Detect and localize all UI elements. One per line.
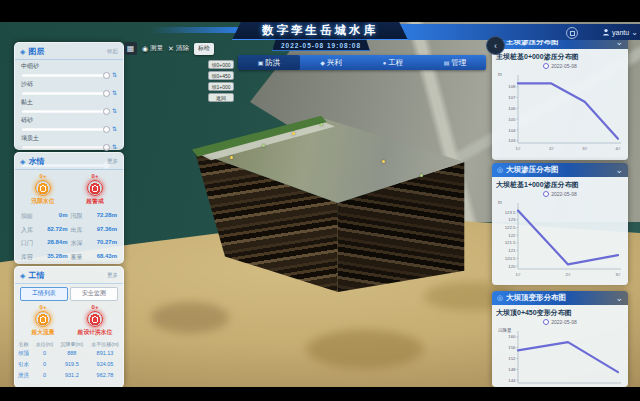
project-tab[interactable]: 工情列表 [20, 287, 68, 301]
table-cell: 0 [32, 359, 57, 370]
layer-opacity-slider[interactable] [21, 92, 109, 95]
water-panel-action[interactable]: 更多 [107, 158, 118, 165]
svg-text:103: 103 [508, 138, 516, 143]
layer-opacity-slider[interactable] [21, 146, 109, 149]
gauge-value: 0+ [70, 304, 120, 310]
monitor-point-marker[interactable] [320, 123, 323, 126]
monitor-point-marker[interactable] [420, 174, 423, 177]
layer-label: 砾砂 [21, 116, 117, 125]
user-menu[interactable]: yantu ⌄ [602, 25, 638, 39]
chart-subtitle: 大坝顶0+450变形分布图 [496, 308, 624, 318]
svg-text:121.5: 121.5 [505, 240, 516, 245]
project-panel-action[interactable]: 更多 [107, 272, 118, 279]
nav-tab[interactable]: ▤ 管理 [424, 55, 486, 70]
dam-cross-section[interactable] [192, 114, 467, 292]
alarm-gauge: 0+ 超设计洪水位 [70, 304, 120, 337]
table-header: 名称 [15, 340, 32, 348]
svg-text:121: 121 [508, 248, 516, 253]
gauge-label: 超警戒 [70, 197, 120, 206]
svg-text:156: 156 [508, 345, 516, 350]
basemap-button[interactable]: ▦ [124, 42, 137, 55]
layer-row: 中细砂 ⇅ [15, 60, 123, 78]
nav-tab[interactable]: ◆ 兴利 [300, 55, 362, 70]
deformation-chart: 沉降量144148152156160BM01CBM02CBM03C [496, 326, 624, 396]
slider-knob[interactable] [103, 72, 110, 79]
chart-legend: 2022-05-08 [496, 319, 624, 325]
measure-label: 测量 [150, 44, 163, 53]
map-station-button[interactable]: 坝0+000 [208, 60, 234, 69]
layer-stepper-icon[interactable]: ⇅ [112, 72, 117, 78]
collapse-right-panels-button[interactable]: ‹ [486, 36, 505, 55]
slider-knob[interactable] [103, 126, 110, 133]
layer-stepper-icon[interactable]: ⇅ [112, 144, 117, 150]
nav-tab[interactable]: ● 工程 [362, 55, 424, 70]
svg-text:122: 122 [508, 233, 516, 238]
slider-knob[interactable] [103, 90, 110, 97]
fullscreen-icon[interactable] [566, 27, 578, 39]
slider-knob[interactable] [103, 108, 110, 115]
layer-stepper-icon[interactable]: ⇅ [112, 126, 117, 132]
alarm-gauge: 0+ 超大流量 [18, 304, 68, 337]
plot-button[interactable]: 标绘 [194, 43, 214, 55]
layer-opacity-slider[interactable] [21, 110, 109, 113]
table-cell: 坝顶 [15, 348, 32, 359]
layer-row: 沙砾 ⇅ [15, 78, 123, 96]
map-station-button[interactable]: 返回 [208, 93, 234, 102]
layer-stepper-icon[interactable]: ⇅ [112, 90, 117, 96]
nav-tab[interactable]: ▣ 防洪 [238, 55, 300, 70]
layer-opacity-slider[interactable] [21, 128, 109, 131]
svg-text:160: 160 [508, 334, 516, 339]
header-accent-left [150, 27, 238, 33]
table-cell: 888 [57, 348, 87, 359]
slider-knob[interactable] [103, 144, 110, 151]
layer-label: 沙砾 [21, 80, 117, 89]
svg-text:148: 148 [508, 367, 516, 372]
chart-subtitle: 大坝桩基1+000渗压分布图 [496, 180, 624, 190]
svg-text:122.5: 122.5 [505, 225, 516, 230]
monitor-point-marker[interactable] [292, 132, 295, 135]
svg-text:106: 106 [508, 106, 516, 111]
project-tab[interactable]: 安全监测 [70, 287, 118, 301]
gauge-label: 超大流量 [18, 328, 68, 337]
chevron-down-icon[interactable]: ⌄ [615, 165, 623, 175]
stat-value: 72.28m [88, 212, 118, 221]
stat-label: 入库 [21, 226, 35, 235]
stat-value: 28.84m [38, 239, 68, 248]
map-station-button[interactable]: 坝1+000 [208, 82, 234, 91]
layer-label: 中细砂 [21, 62, 117, 71]
chart-icon: ◎ [497, 294, 503, 302]
gauge-icon [35, 311, 51, 327]
monitor-point-marker[interactable] [262, 144, 265, 147]
seepage-panel-dam-1000: ◎ 大坝渗压分布图 ⌄ 大坝桩基1+000渗压分布图 2022-05-08 m1… [492, 163, 628, 285]
clear-label: 清除 [176, 44, 189, 53]
measure-tool[interactable]: ◉ 测量 [142, 44, 163, 53]
svg-text:3#: 3# [582, 146, 587, 151]
clear-tool[interactable]: ✕ 清除 [168, 44, 189, 53]
alarm-gauge: 0+ 超警戒 [70, 173, 120, 206]
bottom-letterbox [0, 387, 640, 401]
table-cell: 引水 [15, 359, 32, 370]
layers-panel-action[interactable]: 收起 [107, 48, 118, 55]
legend-dot [543, 191, 549, 197]
layers-panel: ◈ 图层 收起 中细砂 ⇅ 沙砾 ⇅ 黏土 [14, 42, 124, 150]
svg-text:m: m [498, 200, 502, 205]
svg-text:1#: 1# [516, 272, 521, 277]
module-nav: ▣ 防洪 ◆ 兴利 ● 工程 ▤ 管理 [238, 55, 486, 70]
monitor-point-marker[interactable] [230, 156, 233, 159]
table-cell: 919.5 [57, 359, 87, 370]
chevron-down-icon[interactable]: ⌄ [615, 293, 623, 303]
table-row: 坝顶0888891.13 [15, 348, 123, 359]
table-cell: 931.2 [57, 370, 87, 381]
map-toolbar: ▦ ◉ 测量 ✕ 清除 标绘 [124, 42, 214, 55]
table-row: 泄洪0931.2962.78 [15, 370, 123, 381]
monitor-point-marker[interactable] [382, 160, 385, 163]
map-station-button[interactable]: 坝0+450 [208, 71, 234, 80]
layer-opacity-slider[interactable] [21, 74, 109, 77]
layer-stepper-icon[interactable]: ⇅ [112, 108, 117, 114]
station-buttons: 坝0+000 坝0+450 坝1+000 返回 [208, 60, 234, 102]
datetime-badge: 2022-05-08 19:08:08 [272, 39, 370, 51]
svg-text:3#: 3# [616, 272, 621, 277]
stat-label: 汛限 [71, 212, 85, 221]
svg-text:108: 108 [508, 84, 516, 89]
project-table: 名称水位(m)沉降量(m)水平位移(m)坝顶0888891.13引水0919.5… [15, 340, 123, 381]
